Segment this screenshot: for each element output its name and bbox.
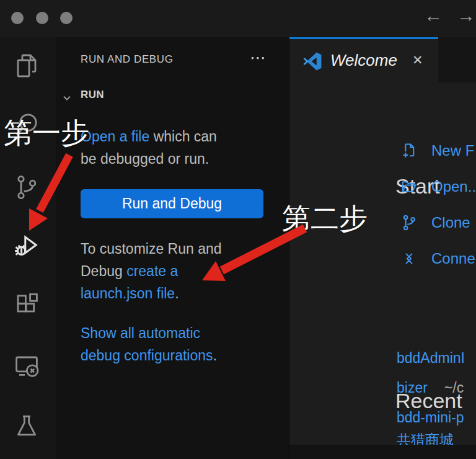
- recent-item-path: ~/c: [444, 380, 464, 396]
- more-actions-icon[interactable]: ⋯: [250, 48, 267, 68]
- vscode-logo-icon: [302, 51, 323, 72]
- title-bar: ← →: [0, 0, 476, 37]
- recent-item[interactable]: bddAdminI: [397, 350, 465, 367]
- source-control-icon[interactable]: [12, 172, 42, 202]
- customize-line3: launch.json file.: [81, 284, 179, 303]
- tab-welcome[interactable]: Welcome ✕: [289, 37, 438, 82]
- show-all-line2: debug configurations.: [81, 346, 217, 365]
- start-item-open[interactable]: Open..: [400, 177, 476, 196]
- tab-close-icon[interactable]: ✕: [412, 53, 423, 68]
- welcome-page: Start New F Open.. Clone: [289, 82, 476, 445]
- start-item-new-file[interactable]: New F: [400, 141, 474, 160]
- tab-bar: Welcome ✕: [289, 37, 476, 82]
- debug-configurations-link[interactable]: debug configurations: [81, 347, 213, 363]
- open-file-line1: Open a file which can: [81, 127, 217, 146]
- remote-explorer-icon[interactable]: [12, 351, 42, 381]
- panel-title: RUN AND DEBUG: [81, 53, 174, 66]
- activity-bar: [0, 37, 56, 459]
- explorer-icon[interactable]: [12, 51, 42, 81]
- step1-annotation: 第一步: [4, 114, 89, 153]
- run-and-debug-icon[interactable]: [12, 231, 42, 261]
- open-file-line2: be debugged or run.: [81, 149, 209, 168]
- show-all-automatic-link[interactable]: Show all automatic: [81, 325, 200, 341]
- nav-back-icon[interactable]: ←: [424, 5, 443, 26]
- customize-line2: Debug create a: [81, 262, 178, 280]
- run-and-debug-button[interactable]: Run and Debug: [81, 189, 263, 218]
- extensions-icon[interactable]: [12, 290, 42, 320]
- nav-forward-icon[interactable]: →: [457, 5, 475, 26]
- start-item-clone[interactable]: Clone: [400, 213, 470, 232]
- create-launch-json-link[interactable]: create a: [126, 263, 178, 279]
- show-all-line1: Show all automatic: [81, 324, 200, 342]
- remote-icon: [400, 249, 418, 268]
- traffic-light-close[interactable]: [11, 12, 24, 24]
- testing-beaker-icon[interactable]: [12, 411, 42, 440]
- traffic-light-zoom[interactable]: [60, 12, 73, 24]
- new-file-icon: [400, 141, 418, 160]
- start-item-connect[interactable]: Conne: [400, 249, 475, 268]
- launch-json-file-link[interactable]: launch.json file: [81, 285, 175, 301]
- step2-annotation: 第二步: [282, 200, 368, 238]
- git-branch-icon: [400, 213, 418, 232]
- editor-bottom-strip: [289, 445, 476, 459]
- recent-item[interactable]: 共猎商城: [397, 430, 454, 445]
- recent-item[interactable]: bizer~/c: [397, 380, 464, 396]
- run-section-header[interactable]: RUN: [81, 89, 104, 101]
- tab-label: Welcome: [330, 51, 397, 70]
- traffic-light-minimize[interactable]: [36, 12, 48, 24]
- chevron-down-icon[interactable]: [62, 93, 72, 103]
- recent-item[interactable]: bdd-mini-p: [397, 409, 464, 426]
- open-a-file-link[interactable]: Open a file: [81, 128, 149, 145]
- customize-line1: To customize Run and: [81, 239, 222, 258]
- open-folder-icon: [400, 177, 418, 196]
- vscode-window: ← →: [0, 0, 476, 459]
